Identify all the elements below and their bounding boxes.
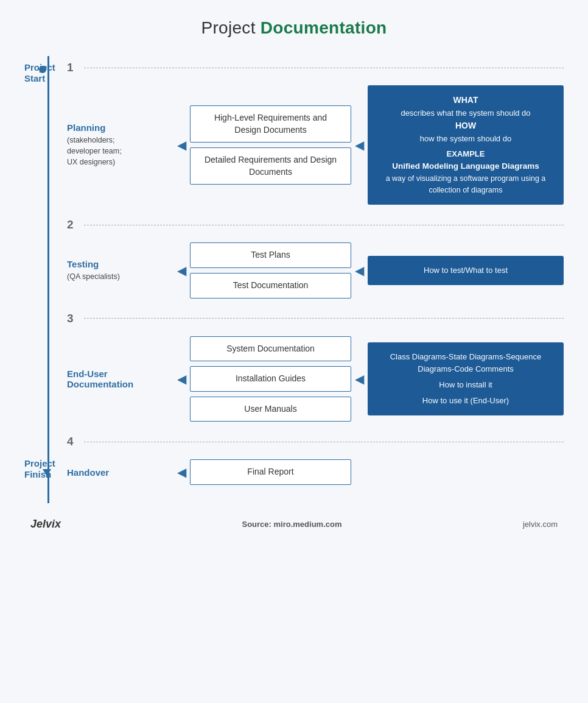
project-start-label: Project Start: [24, 62, 60, 84]
phase-col-planning: Planning (stakeholders;developer team;UX…: [67, 122, 173, 168]
arrow-right-1: ◀: [355, 138, 364, 152]
doc-item-2-2: Test Documentation: [190, 273, 351, 299]
docs-col-4: Final Report: [190, 459, 351, 485]
phase-sub-planning: (stakeholders;developer team;UX designer…: [67, 135, 173, 168]
info-example-label: EXAMPLE: [377, 148, 554, 160]
footer-source: Source: miro.medium.com: [242, 520, 341, 529]
info-how-keyword: HOW: [377, 119, 554, 133]
doc-item-3-1: System Documentation: [190, 336, 351, 362]
project-finish-label: Project Finish: [24, 458, 60, 480]
diagram-wrapper: Project Start Project Finish 1 Planning …: [24, 56, 564, 503]
section-number-4: 4: [67, 435, 84, 448]
page-title: Project Documentation: [201, 18, 387, 38]
phase-row-1: Planning (stakeholders;developer team;UX…: [67, 77, 564, 213]
arrow-handover: ◀: [177, 465, 186, 479]
docs-col-1: High-Level Requirements and Design Docum…: [190, 105, 351, 185]
divider-dash-3: [84, 318, 564, 319]
divider-2: 2: [67, 213, 564, 234]
footer: Jelvix Source: miro.medium.com jelvix.co…: [24, 518, 564, 531]
arrow-testing: ◀: [177, 263, 186, 278]
section-number-1: 1: [67, 61, 84, 74]
phase-title-planning: Planning: [67, 122, 173, 133]
info-example-desc: a way of visualizing a software program …: [377, 173, 554, 197]
sections-container: 1 Planning (stakeholders;developer team;…: [67, 56, 564, 503]
phase-title-enduser: End-User Documentation: [67, 369, 173, 389]
info-example-name: Unified Modeling Language Diagrams: [377, 160, 554, 173]
timeline-line: [47, 56, 49, 503]
footer-logo: Jelvix: [30, 518, 61, 531]
divider-3: 3: [67, 307, 564, 328]
footer-site: jelvix.com: [523, 520, 558, 529]
info-how-text: how the system should do: [377, 133, 554, 145]
info-panel-2: How to test/What to test: [368, 256, 564, 285]
phase-col-handover: Handover: [67, 467, 173, 478]
info-panel-1: WHAT describes what the system should do…: [368, 85, 564, 205]
timeline-column: Project Start Project Finish: [24, 56, 67, 503]
divider-1: 1: [67, 56, 564, 77]
phase-sub-testing: (QA specialists): [67, 271, 173, 282]
info-test-text: How to test/What to test: [424, 264, 508, 277]
phase-col-testing: Testing (QA specialists): [67, 259, 173, 282]
docs-col-3: System Documentation Installation Guides…: [190, 336, 351, 422]
arrow-enduser: ◀: [177, 372, 186, 386]
doc-item-1-1: High-Level Requirements and Design Docum…: [190, 105, 351, 143]
doc-item-4-1: Final Report: [190, 459, 351, 485]
info-what-text: describes what the system should do: [377, 107, 554, 119]
doc-item-3-3: User Manuals: [190, 397, 351, 422]
docs-col-2: Test Plans Test Documentation: [190, 242, 351, 298]
doc-item-1-2: Detailed Requirements and Design Documen…: [190, 147, 351, 185]
phase-row-3: End-User Documentation ◀ System Document…: [67, 328, 564, 431]
divider-dash-4: [84, 442, 564, 442]
section-number-2: 2: [67, 218, 84, 231]
divider-dash-1: [84, 68, 564, 68]
footer-source-url: miro.medium.com: [274, 520, 342, 529]
arrow-right-3: ◀: [355, 372, 364, 386]
section-number-3: 3: [67, 312, 84, 325]
info-class-diagrams: Class Diagrams-State Diagrams-Sequence D…: [377, 351, 554, 375]
info-panel-3: Class Diagrams-State Diagrams-Sequence D…: [368, 342, 564, 416]
arrow-planning: ◀: [177, 138, 186, 152]
divider-4: 4: [67, 430, 564, 451]
doc-item-3-2: Installation Guides: [190, 366, 351, 392]
doc-item-2-1: Test Plans: [190, 242, 351, 268]
info-what-keyword: WHAT: [377, 94, 554, 107]
info-install: How to install it: [377, 379, 554, 391]
info-use: How to use it (End-User): [377, 395, 554, 407]
divider-dash-2: [84, 225, 564, 225]
phase-row-2: Testing (QA specialists) ◀ Test Plans Te…: [67, 234, 564, 306]
footer-source-label: Source:: [242, 520, 271, 529]
phase-title-handover: Handover: [67, 467, 173, 478]
phase-title-testing: Testing: [67, 259, 173, 269]
phase-row-4: Handover ◀ Final Report ◀: [67, 451, 564, 503]
phase-col-enduser: End-User Documentation: [67, 369, 173, 389]
arrow-right-2: ◀: [355, 263, 364, 278]
